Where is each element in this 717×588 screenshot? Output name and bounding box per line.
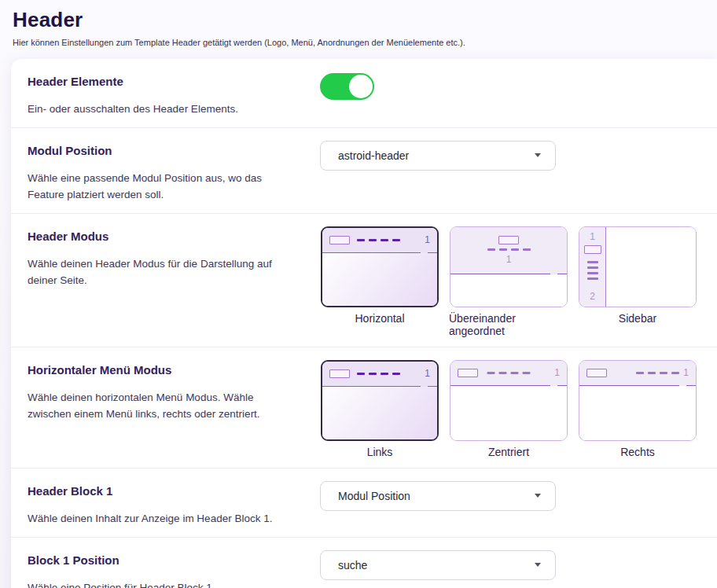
- setting-label-header-modus: Header Modus: [28, 230, 301, 243]
- header-block-1-select-value: Modul Position: [338, 490, 410, 502]
- setting-desc-menu-modus: Wähle deinen horizontalen Menü Modus. Wä…: [28, 390, 291, 423]
- preview-badge-1: 1: [506, 255, 512, 264]
- preview-logo: [329, 236, 350, 244]
- preview-badge-1: 1: [683, 368, 689, 377]
- option-label: Sidebar: [619, 312, 656, 325]
- block-1-position-select-value: suche: [338, 559, 367, 571]
- preview-logo: [329, 369, 350, 378]
- setting-label-modul-position: Modul Position: [28, 144, 301, 157]
- preview-logo: [584, 245, 601, 254]
- setting-label-header-block-1: Header Block 1: [28, 484, 301, 498]
- option-label: Zentriert: [488, 446, 529, 458]
- setting-control: suche: [320, 549, 698, 588]
- setting-row-header-modus: Header Modus Wähle deinen Header Modus f…: [11, 213, 717, 347]
- setting-desc-block-1-position: Wähle eine Position für Header Block 1.: [28, 580, 291, 588]
- option-label: Horizontal: [355, 312, 404, 325]
- preview-sidebar: 1 2: [579, 226, 697, 307]
- preview-horizontal: 1: [321, 226, 439, 307]
- modul-position-select-value: astroid-header: [338, 149, 409, 162]
- setting-info: Header Modus Wähle deinen Header Modus f…: [28, 225, 320, 337]
- setting-control: Modul Position: [320, 480, 698, 527]
- setting-info: Horizontaler Menü Modus Wähle deinen hor…: [28, 358, 320, 458]
- setting-row-menu-modus: Horizontaler Menü Modus Wähle deinen hor…: [11, 347, 717, 468]
- header-block-1-select[interactable]: Modul Position: [320, 481, 556, 511]
- menu-mode-options: 1 Links 1: [320, 360, 698, 458]
- preview-menu-dashes: [636, 372, 679, 374]
- preview-menu-right: 1: [579, 360, 697, 441]
- preview-badge-1: 1: [590, 232, 595, 241]
- preview-badge-2: 2: [590, 292, 595, 301]
- setting-control: 1 Links 1: [320, 358, 698, 458]
- page-header: Header Hier können Einstellungen zum Tem…: [0, 0, 717, 47]
- setting-info: Header Block 1 Wähle deinen Inhalt zur A…: [28, 480, 320, 527]
- block-1-position-select[interactable]: suche: [320, 550, 556, 580]
- preview-menu-dashes: [587, 261, 598, 280]
- option-label: Rechts: [620, 446, 655, 458]
- preview-content-area: [606, 227, 696, 307]
- preview-menu-dashes: [357, 239, 400, 241]
- preview-badge-1: 1: [554, 368, 560, 377]
- dropdown-caret-icon: [535, 494, 541, 498]
- preview-logo: [586, 369, 607, 377]
- preview-menu-dashes: [487, 248, 531, 251]
- preview-stacked: 1: [450, 226, 568, 307]
- page-title: Header: [13, 8, 704, 32]
- setting-desc-header-block-1: Wähle deinen Inhalt zur Anzeige im Heade…: [28, 511, 291, 527]
- menu-mode-option-rechts[interactable]: 1 Rechts: [578, 360, 697, 458]
- setting-control: astroid-header: [320, 139, 698, 204]
- preview-content-area: [450, 274, 567, 307]
- setting-control: [320, 70, 698, 118]
- setting-row-block-1-position: Block 1 Position Wähle eine Position für…: [11, 537, 717, 588]
- preview-header-bar: 1: [579, 361, 696, 386]
- option-label: Übereinander angeordnet: [449, 312, 568, 337]
- setting-info: Modul Position Wähle eine passende Modul…: [28, 139, 320, 204]
- preview-badge-1: 1: [425, 369, 430, 378]
- setting-label-block-1-position: Block 1 Position: [28, 553, 301, 567]
- preview-menu-left: 1: [321, 360, 439, 441]
- preview-header-bar: 1: [450, 227, 567, 274]
- setting-desc-header-modus: Wähle deinen Header Modus für die Darste…: [28, 256, 291, 289]
- modul-position-select[interactable]: astroid-header: [320, 141, 556, 171]
- menu-mode-option-links[interactable]: 1 Links: [320, 360, 439, 458]
- preview-content-area: [322, 387, 437, 439]
- dropdown-caret-icon: [535, 563, 541, 567]
- preview-badge-1: 1: [425, 235, 430, 244]
- preview-menu-dashes: [487, 372, 531, 374]
- preview-menu-center: 1: [450, 360, 568, 441]
- setting-row-modul-position: Modul Position Wähle eine passende Modul…: [11, 127, 717, 213]
- setting-info: Header Elemente Ein- oder ausschalten de…: [28, 70, 320, 118]
- preview-content-area: [579, 386, 696, 440]
- preview-header-bar: 1: [322, 362, 437, 387]
- toggle-knob: [349, 75, 373, 98]
- preview-logo: [458, 369, 478, 377]
- setting-control: 1 Horizontal 1: [320, 225, 698, 337]
- preview-content-area: [322, 253, 437, 306]
- menu-mode-option-zentriert[interactable]: 1 Zentriert: [449, 360, 568, 458]
- settings-card: Header Elemente Ein- oder ausschalten de…: [11, 59, 717, 588]
- header-mode-option-sidebar[interactable]: 1 2 Sidebar: [578, 226, 697, 325]
- setting-label-header-elemente: Header Elemente: [28, 75, 301, 88]
- setting-desc-header-elemente: Ein- oder ausschalten des Header Element…: [28, 101, 291, 118]
- page-subtitle: Hier können Einstellungen zum Template H…: [13, 38, 704, 47]
- setting-row-header-elemente: Header Elemente Ein- oder ausschalten de…: [11, 59, 717, 127]
- preview-menu-dashes: [357, 373, 400, 375]
- setting-desc-modul-position: Wähle eine passende Modul Position aus, …: [28, 171, 291, 204]
- preview-header-bar: 1: [450, 361, 567, 386]
- preview-header-bar: 1: [322, 228, 437, 253]
- preview-logo: [498, 236, 519, 244]
- dropdown-caret-icon: [535, 153, 541, 157]
- header-mode-option-stacked[interactable]: 1 Übereinander angeordnet: [449, 226, 568, 337]
- header-elements-toggle[interactable]: [320, 73, 374, 100]
- preview-sidebar-strip: 1 2: [579, 227, 606, 307]
- header-mode-options: 1 Horizontal 1: [320, 226, 698, 337]
- setting-info: Block 1 Position Wähle eine Position für…: [28, 549, 320, 588]
- header-mode-option-horizontal[interactable]: 1 Horizontal: [320, 226, 439, 325]
- setting-row-header-block-1: Header Block 1 Wähle deinen Inhalt zur A…: [11, 468, 717, 537]
- option-label: Links: [367, 446, 393, 458]
- setting-label-menu-modus: Horizontaler Menü Modus: [28, 363, 301, 377]
- preview-content-area: [450, 386, 567, 440]
